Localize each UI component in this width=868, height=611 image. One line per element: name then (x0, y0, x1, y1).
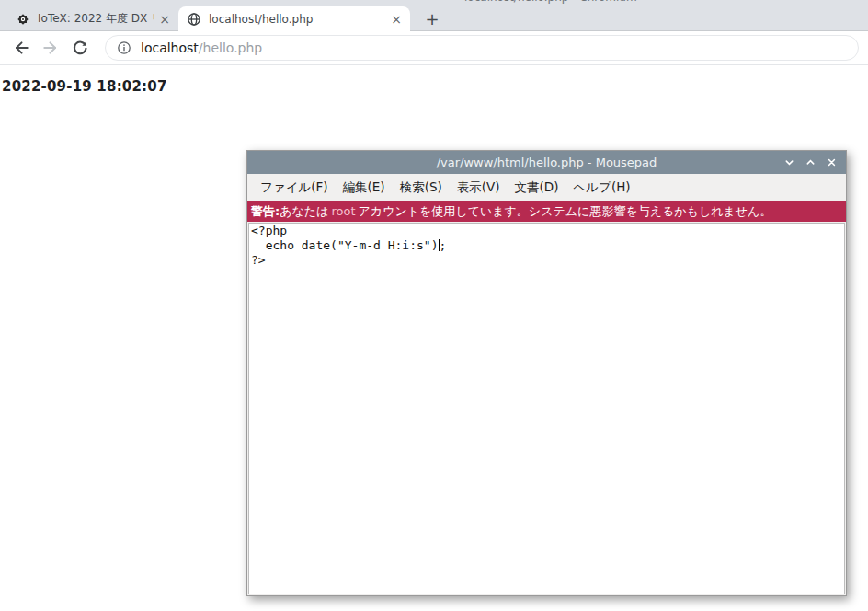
iotex-favicon-icon (16, 12, 30, 27)
code-line-1: <?php (251, 224, 842, 238)
browser-window-title: localhost/hello.php - Chromium (464, 0, 676, 6)
tab-strip: localhost/hello.php - Chromium IoTeX: 20… (0, 0, 868, 31)
browser-window-title-text: localhost/hello.php - Chromium (464, 0, 676, 4)
page-datetime-text: 2022-09-19 18:02:07 (2, 78, 167, 95)
back-icon[interactable] (9, 36, 33, 60)
new-tab-button[interactable]: + (420, 8, 444, 30)
page-info-icon[interactable] (117, 40, 131, 55)
tab-localhost[interactable]: localhost/hello.php × (178, 6, 410, 31)
reload-icon[interactable] (68, 36, 92, 60)
tab-title: localhost/hello.php (209, 13, 385, 26)
menu-view[interactable]: 表示(V) (450, 179, 508, 196)
tab-close-icon[interactable]: × (391, 13, 402, 26)
code-line-3: ?> (251, 253, 842, 268)
warning-text: あなたは (280, 203, 328, 220)
root-warning-banner: 警告: あなたは root アカウントを使用しています。システムに悪影響を与える… (247, 201, 846, 222)
warning-root-word: root (328, 204, 358, 218)
menu-document[interactable]: 文書(D) (508, 179, 566, 196)
mousepad-window-title: /var/www/html/hello.php - Mousepad (247, 156, 846, 169)
url-host: localhost (141, 40, 199, 55)
menu-help[interactable]: ヘルプ(H) (565, 179, 637, 196)
address-bar[interactable]: localhost/hello.php (105, 35, 859, 61)
warning-text: アカウントを使用しています。システムに悪影響を与えるかもしれません。 (359, 203, 772, 220)
minimize-icon[interactable] (784, 157, 794, 167)
mousepad-window: /var/www/html/hello.php - Mousepad ファイル(… (246, 150, 847, 596)
forward-icon (39, 36, 63, 60)
tab-title: IoTeX: 2022 年度 DX リ (38, 11, 154, 27)
tab-close-icon[interactable]: × (159, 13, 170, 26)
mousepad-titlebar[interactable]: /var/www/html/hello.php - Mousepad (247, 151, 846, 174)
mousepad-window-controls (784, 157, 846, 167)
menu-search[interactable]: 検索(S) (393, 179, 450, 196)
menu-file[interactable]: ファイル(F) (253, 179, 336, 196)
globe-icon (187, 12, 201, 27)
browser-toolbar: localhost/hello.php (0, 31, 868, 65)
code-line-2: echo date("Y-m-d H:i:s"); (251, 238, 842, 253)
maximize-icon[interactable] (805, 157, 816, 167)
url-path: /hello.php (199, 40, 262, 55)
warning-label: 警告: (251, 203, 280, 220)
code-editor-area[interactable]: <?php echo date("Y-m-d H:i:s"); ?> (248, 223, 845, 594)
tab-iotex[interactable]: IoTeX: 2022 年度 DX リ × (7, 6, 178, 31)
close-icon[interactable] (827, 157, 837, 167)
menu-edit[interactable]: 編集(E) (336, 179, 393, 196)
mousepad-menubar: ファイル(F) 編集(E) 検索(S) 表示(V) 文書(D) ヘルプ(H) (247, 174, 846, 201)
